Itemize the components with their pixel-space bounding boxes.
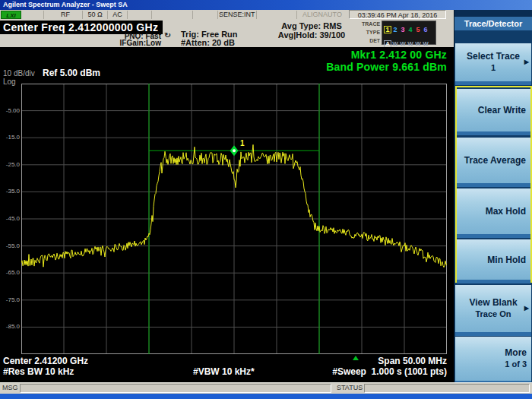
atten-status: #Atten: 20 dB <box>181 39 238 47</box>
window-title: Agilent Spectrum Analyzer - Swept SA <box>3 1 128 8</box>
span-annotation: Span 50.00 MHz <box>378 356 447 366</box>
lxi-badge: LXI <box>1 11 21 19</box>
status-field <box>364 384 530 393</box>
spectrum-analyzer-screen: Agilent Spectrum Analyzer - Swept SA LXI… <box>0 0 532 399</box>
divider <box>107 11 108 19</box>
button-label: Min Hold <box>457 255 526 265</box>
instrument-status-bar: LXI RF 50 Ω AC SENSE:INT ALIGNAUTO 03:39… <box>0 10 454 21</box>
button-label: Clear Write <box>457 105 526 116</box>
divider <box>43 11 44 19</box>
message-field <box>20 384 331 393</box>
menu-title: Trace/Detector <box>454 17 532 30</box>
divider <box>127 11 128 19</box>
det-row-label: DET <box>362 37 380 46</box>
scale-per-div-label: 10 dB/div <box>3 69 35 78</box>
marker-center-dot <box>233 149 236 152</box>
trace-row-label: TRACE <box>362 21 380 29</box>
divider <box>82 11 83 19</box>
amplitude-tick-label: -35.0 <box>0 188 20 195</box>
amplitude-tick-label: -15.0 <box>0 134 20 141</box>
divider <box>192 11 193 19</box>
register-glyph: 3 <box>399 26 407 33</box>
amplitude-tick-label: -55.0 <box>0 242 20 249</box>
amplitude-tick-label: -45.0 <box>0 215 20 222</box>
rbw-annotation: #Res BW 10 kHz <box>3 366 74 377</box>
max-hold-button[interactable]: Max Hold <box>457 188 530 234</box>
marker-1-label: 1 <box>240 139 245 147</box>
trace-average-button[interactable]: Trace Average <box>457 138 530 183</box>
trace-register-labels: TRACE TYPE DET <box>362 21 380 45</box>
sweep-position-caret-icon <box>353 356 359 360</box>
button-label: View Blank <box>455 297 531 308</box>
continuous-sweep-loop-icon: ↻ <box>164 32 171 40</box>
measurement-header: Center Freq 2.412000000 GHz PNO: Fast IF… <box>0 20 454 47</box>
more-button[interactable]: More 1 of 3 <box>455 337 531 381</box>
trace-numbers-row: 123456 <box>384 21 434 35</box>
center-freq-annotation: Center 2.41200 GHz <box>3 356 88 366</box>
amplitude-tick-label: -5.00 <box>0 107 20 114</box>
register-glyph: 5 <box>414 26 422 33</box>
divider <box>217 11 218 19</box>
trace-register: TRACE TYPE DET 123456 AWWWWW ANNNNN <box>362 21 436 45</box>
register-glyph: 2 <box>391 26 399 33</box>
ref-level-label: Ref 5.00 dBm <box>43 68 100 78</box>
message-status-bar: MSG STATUS <box>0 382 532 394</box>
impedance-status: 50 Ω <box>84 10 106 20</box>
divider <box>296 11 297 19</box>
window-title-bar: Agilent Spectrum Analyzer - Swept SA <box>0 0 532 10</box>
amplitude-tick-label: -75.0 <box>0 296 20 303</box>
view-blank-button[interactable]: View Blank Trace On ▶ <box>455 285 531 332</box>
clear-write-button[interactable]: Clear Write <box>457 89 530 131</box>
band-power-readout: Band Power 9.661 dBm <box>326 61 447 73</box>
msg-label: MSG <box>2 384 18 391</box>
divider <box>151 11 152 19</box>
menu-top-band <box>454 10 532 17</box>
button-label: More <box>455 347 527 358</box>
select-trace-button[interactable]: Select Trace 1 ▶ <box>455 43 531 81</box>
register-glyph: 1 <box>384 26 391 33</box>
trace-register-values: 123456 AWWWWW ANNNNN <box>382 21 436 45</box>
avg-type-status: Avg Type: RMS <box>262 22 361 31</box>
amplitude-tick-label: -85.0 <box>0 323 20 330</box>
trace-mode-radio-group: Clear Write Trace Average Max Hold Min H… <box>455 86 532 283</box>
coupling-status: AC <box>109 10 126 20</box>
average-block: Avg Type: RMS Avg|Hold: 39/100 <box>262 22 361 40</box>
log-scale-label: Log <box>3 78 16 86</box>
bottom-blue-strip <box>0 394 532 399</box>
vbw-annotation: #VBW 10 kHz* <box>193 366 255 377</box>
register-glyph: 4 <box>407 26 414 33</box>
trig-atten-block: Trig: Free Run #Atten: 20 dB <box>181 30 238 47</box>
softkey-menu-panel: Trace/Detector Select Trace 1 ▶ Clear Wr… <box>454 10 532 382</box>
register-glyph: 6 <box>422 26 429 33</box>
divider <box>256 11 257 19</box>
align-status: ALIGNAUTO <box>299 10 345 20</box>
amplitude-tick-label: -25.0 <box>0 161 20 168</box>
button-value: 1 <box>455 63 531 72</box>
min-hold-button[interactable]: Min Hold <box>457 239 530 280</box>
button-state: Trace On <box>455 309 531 318</box>
button-label: Trace Average <box>457 155 526 166</box>
datetime-display: 03:39:46 PM Apr 18, 2016 <box>349 10 446 19</box>
pno-ifgain-block: PNO: Fast IFGain:Low <box>99 33 161 46</box>
marker-frequency-readout: Mkr1 2.412 00 GHz <box>326 49 447 61</box>
avg-hold-status: Avg|Hold: 39/100 <box>262 31 361 40</box>
amplitude-tick-label: -65.0 <box>0 269 20 276</box>
button-page: 1 of 3 <box>455 359 527 369</box>
button-label: Select Trace <box>455 51 531 62</box>
ifgain-status: IFGain:Low <box>99 40 161 46</box>
sweep-annotation: #Sweep 1.000 s (1001 pts) <box>332 366 447 377</box>
graticule-and-trace-plot: 1 <box>21 84 447 354</box>
submenu-arrow-icon: ▶ <box>524 305 529 312</box>
sense-status: SENSE:INT <box>219 10 254 20</box>
submenu-arrow-icon: ▶ <box>524 59 529 65</box>
marker-readout: Mkr1 2.412 00 GHz Band Power 9.661 dBm <box>326 49 447 73</box>
spectrum-display: Mkr1 2.412 00 GHz Band Power 9.661 dBm 1… <box>0 47 454 382</box>
status-label: STATUS <box>337 384 363 391</box>
type-row-label: TYPE <box>362 29 380 37</box>
rf-status: RF <box>50 10 81 20</box>
button-label: Max Hold <box>457 206 526 217</box>
